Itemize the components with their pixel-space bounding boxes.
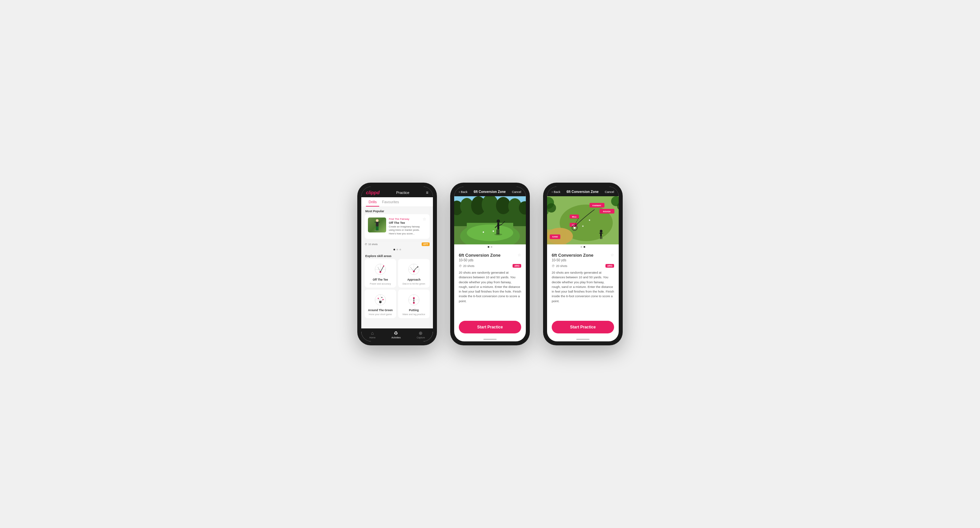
nav-activities[interactable]: ♻ Activities: [391, 330, 401, 339]
atg-name: Around The Green: [368, 308, 393, 312]
nav-capture-label: Capture: [417, 337, 425, 339]
skill-areas: Off The Tee Power and accuracy: [361, 259, 433, 321]
svg-rect-1: [376, 222, 379, 227]
svg-rect-81: [601, 236, 602, 239]
drill-detail-desc-2: 20 shots are randomly generated at dista…: [459, 270, 521, 303]
skill-putting[interactable]: Putting Make and lag practice: [398, 290, 430, 318]
svg-line-6: [375, 230, 380, 231]
detail-header-title-2: 6ft Conversion Zone: [474, 190, 506, 194]
skill-grid: Off The Tee Power and accuracy: [364, 259, 430, 318]
drill-card-image: [368, 217, 386, 233]
shots-count-3: 20 shots: [556, 264, 567, 268]
svg-point-25: [381, 297, 382, 298]
clock-icon-2: ⏱: [459, 264, 462, 268]
shots-count: ⏱ 10 shots: [364, 243, 377, 246]
skill-off-tee[interactable]: Off The Tee Power and accuracy: [364, 259, 396, 287]
svg-point-13: [383, 265, 385, 266]
ott-name: Off The Tee: [372, 278, 388, 281]
svg-point-85: [589, 220, 590, 221]
golf-photo-svg: [454, 196, 526, 244]
nav-home[interactable]: ⌂ Home: [369, 330, 375, 339]
svg-rect-48: [497, 223, 499, 230]
svg-rect-79: [602, 233, 603, 233]
phone-2-screen: ‹ Back 6ft Conversion Zone Cancel: [454, 187, 526, 341]
approach-icon: [406, 262, 422, 277]
start-practice-button-2[interactable]: Start Practice: [459, 321, 521, 333]
svg-point-76: [600, 230, 603, 233]
clippd-logo: clippd: [366, 190, 380, 195]
detail-dot3-1: [581, 246, 582, 248]
shots-meta-2: ⏱ 20 shots: [459, 264, 474, 268]
back-button-3[interactable]: ‹ Back: [552, 190, 560, 194]
bottom-nav: ⌂ Home ♻ Activities ⊕ Capture: [361, 329, 433, 341]
approach-desc: Dial-in to hit the green: [402, 282, 425, 285]
svg-point-54: [494, 233, 502, 235]
drill-card-info: Find The Fairway Off The Tee Create an i…: [389, 217, 426, 235]
home-icon: ⌂: [371, 330, 374, 336]
svg-rect-5: [377, 227, 379, 230]
svg-rect-78: [599, 233, 600, 233]
svg-text:ROUGH: ROUGH: [603, 211, 611, 212]
drill-detail-desc-3: 20 shots are randomly generated at dista…: [552, 270, 614, 303]
detail-dot-2: [491, 246, 492, 248]
drill-detail-subtitle-3: 10-50 yds: [552, 258, 614, 262]
carousel-dots: [361, 247, 433, 252]
svg-point-24: [377, 298, 379, 299]
golfer-illustration: [372, 219, 382, 232]
drill-detail-meta-2: ⏱ 20 shots ARG: [459, 264, 521, 268]
drill-detail-subtitle-2: 10-50 yds: [459, 258, 521, 262]
drill-card-footer: ⏱ 10 shots OTT: [361, 241, 433, 247]
drill-detail-meta-3: ⏱ 20 shots ARG: [552, 264, 614, 268]
detail-content-3: 6ft Conversion Zone ☆ 10-50 yds ⏱ 20 sho…: [547, 249, 619, 321]
arg-tag-2: ARG: [512, 264, 521, 268]
shots-label: 10 shots: [368, 243, 377, 246]
golf-image: [368, 217, 386, 233]
favorite-icon-3[interactable]: ☆: [611, 253, 614, 257]
favorite-icon[interactable]: ☆: [423, 217, 426, 222]
phone1-tabs: Drills Favourites: [361, 197, 433, 207]
phones-container: clippd Practice ≡ Drills Favourites Most…: [357, 183, 623, 345]
drill-detail-title-3: 6ft Conversion Zone: [552, 253, 614, 258]
atg-desc: Hone your short game: [369, 313, 392, 316]
atg-svg: [373, 293, 388, 307]
menu-icon[interactable]: ≡: [426, 190, 428, 195]
svg-point-46: [467, 225, 513, 241]
dot-2: [396, 249, 398, 250]
skill-approach[interactable]: Approach Dial-in to hit the green: [398, 259, 430, 287]
back-button-2[interactable]: ‹ Back: [459, 190, 468, 194]
cancel-button-3[interactable]: Cancel: [605, 190, 614, 194]
favorite-icon-2[interactable]: ☆: [517, 253, 521, 257]
approach-name: Approach: [407, 278, 421, 281]
phone-3: ‹ Back 6ft Conversion Zone Cancel: [543, 183, 623, 345]
detail-header-3: ‹ Back 6ft Conversion Zone Cancel: [547, 187, 619, 196]
svg-point-18: [417, 266, 418, 268]
drill-subtitle: Find The Fairway: [389, 217, 426, 220]
skill-atg[interactable]: Around The Green Hone your short game: [364, 290, 396, 318]
drill-title: Off The Tee: [389, 221, 426, 225]
nav-home-label: Home: [369, 337, 375, 339]
tab-favourites[interactable]: Favourites: [379, 197, 401, 207]
svg-rect-80: [600, 236, 601, 239]
svg-point-47: [496, 220, 500, 223]
dot-3: [399, 249, 401, 250]
most-popular-label: Most Popular: [361, 207, 433, 214]
back-chevron-3: ‹: [552, 190, 553, 194]
phone-1-screen: clippd Practice ≡ Drills Favourites Most…: [361, 187, 433, 341]
drill-detail-title-2: 6ft Conversion Zone: [459, 253, 521, 258]
start-practice-button-3[interactable]: Start Practice: [552, 321, 614, 333]
svg-point-0: [376, 219, 379, 222]
tab-drills[interactable]: Drills: [366, 197, 379, 207]
svg-rect-3: [379, 222, 380, 222]
ott-icon: [372, 262, 389, 277]
ott-tag: OTT: [422, 242, 430, 246]
shots-count-2: 20 shots: [463, 264, 474, 268]
cancel-button-2[interactable]: Cancel: [512, 190, 521, 194]
featured-drill-card[interactable]: Find The Fairway Off The Tee Create an i…: [364, 214, 430, 239]
phone1-header: clippd Practice ≡: [361, 187, 433, 197]
nav-capture[interactable]: ⊕ Capture: [417, 330, 425, 339]
detail-image-2: [454, 196, 526, 244]
dot-1: [393, 249, 395, 250]
phone-1: clippd Practice ≡ Drills Favourites Most…: [357, 183, 437, 345]
detail-content-2: 6ft Conversion Zone ☆ 10-50 yds ⏱ 20 sho…: [454, 249, 526, 321]
svg-rect-4: [376, 227, 377, 230]
